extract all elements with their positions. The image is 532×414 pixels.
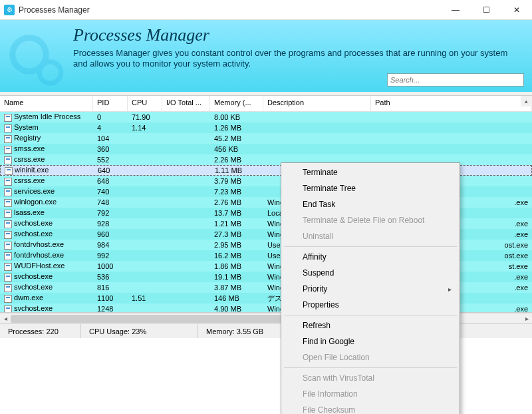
process-icon xyxy=(4,220,12,228)
table-row[interactable]: System41.141.26 MB xyxy=(0,122,532,133)
process-icon xyxy=(4,295,12,303)
scroll-thumb[interactable] xyxy=(11,315,291,323)
ctx-suspend[interactable]: Suspend xyxy=(283,265,458,281)
status-cpu: CPU Usage: 23% xyxy=(81,324,198,338)
process-icon xyxy=(4,135,12,143)
banner-heading: Processes Manager xyxy=(73,25,521,45)
ctx-uninstall: Uninstall xyxy=(283,228,458,244)
search-box[interactable] xyxy=(387,73,524,87)
status-processes: Processes: 220 xyxy=(0,324,81,338)
ctx-scan-with-virustotal: Scan with VirusTotal xyxy=(283,370,458,386)
col-path[interactable]: Path xyxy=(371,96,532,111)
gear-decoration-icon xyxy=(5,31,65,91)
minimize-button[interactable]: — xyxy=(440,0,471,20)
process-icon xyxy=(4,306,12,313)
search-input[interactable] xyxy=(387,73,524,87)
context-menu[interactable]: TerminateTerminate TreeEnd TaskTerminate… xyxy=(281,162,460,414)
ctx-separator xyxy=(284,246,457,247)
ctx-separator xyxy=(284,367,457,368)
col-pid[interactable]: PID xyxy=(93,96,128,111)
process-icon xyxy=(4,146,12,154)
process-icon xyxy=(4,274,12,282)
ctx-terminate[interactable]: Terminate xyxy=(283,164,458,180)
process-icon xyxy=(4,242,12,250)
process-icon xyxy=(4,156,12,164)
ctx-file-checksum: File Checksum xyxy=(283,402,458,414)
table-row[interactable]: System Idle Process071.908.00 KB xyxy=(0,112,532,122)
titlebar: ⚙ Processes Manager — ☐ ✕ xyxy=(0,0,532,20)
ctx-affinity[interactable]: Affinity xyxy=(283,249,458,265)
ctx-priority[interactable]: Priority▸ xyxy=(283,281,458,297)
scroll-right-button[interactable]: ▸ xyxy=(521,313,532,324)
ctx-refresh[interactable]: Refresh xyxy=(283,317,458,333)
table-row[interactable]: Registry10445.2 MB xyxy=(0,133,532,144)
banner-subtext: Processes Manager gives you constant con… xyxy=(73,48,521,70)
process-icon xyxy=(4,252,12,260)
column-headers: Name PID CPU I/O Total ... Memory (... D… xyxy=(0,96,532,112)
window-title: Processes Manager xyxy=(19,5,440,15)
ctx-separator xyxy=(284,315,457,315)
process-icon xyxy=(4,114,12,122)
col-cpu[interactable]: CPU xyxy=(128,96,162,111)
col-name[interactable]: Name xyxy=(0,96,93,111)
process-icon xyxy=(5,167,13,175)
ctx-open-file-location: Open File Location xyxy=(283,349,458,365)
ctx-find-in-google[interactable]: Find in Google xyxy=(283,333,458,349)
ctx-end-task[interactable]: End Task xyxy=(283,196,458,212)
ctx-file-information: File Information xyxy=(283,386,458,402)
app-icon: ⚙ xyxy=(4,5,15,15)
submenu-arrow-icon: ▸ xyxy=(448,286,452,293)
table-row[interactable]: smss.exe360456 KB xyxy=(0,144,532,154)
process-icon xyxy=(4,231,12,239)
banner: Processes Manager Processes Manager give… xyxy=(0,20,532,92)
ctx-properties[interactable]: Properties xyxy=(283,297,458,313)
process-icon xyxy=(4,124,12,132)
scroll-left-button[interactable]: ◂ xyxy=(0,313,11,324)
process-icon xyxy=(4,284,12,292)
process-icon xyxy=(4,210,12,218)
process-icon xyxy=(4,199,12,207)
process-icon xyxy=(4,263,12,271)
ctx-terminate-tree[interactable]: Terminate Tree xyxy=(283,180,458,196)
col-desc[interactable]: Description xyxy=(263,96,371,111)
process-icon xyxy=(4,178,12,186)
ctx-terminate-delete-file-on-reboot: Terminate & Delete File on Reboot xyxy=(283,212,458,228)
close-button[interactable]: ✕ xyxy=(501,0,532,20)
col-io[interactable]: I/O Total ... xyxy=(162,96,210,111)
col-mem[interactable]: Memory (... xyxy=(210,96,263,111)
scroll-up-button[interactable]: ▴ xyxy=(521,96,532,106)
maximize-button[interactable]: ☐ xyxy=(471,0,501,20)
process-icon xyxy=(4,188,12,196)
svg-point-1 xyxy=(39,62,61,83)
